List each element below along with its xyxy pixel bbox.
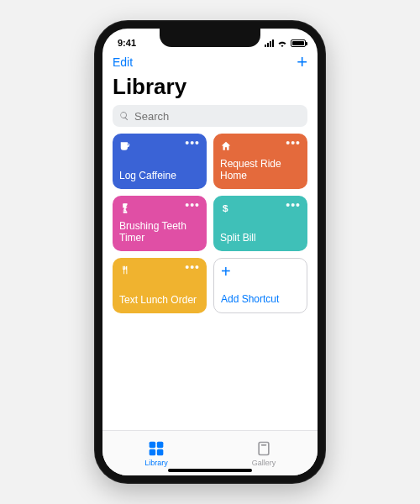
library-tab-icon bbox=[148, 440, 165, 457]
svg-rect-7 bbox=[259, 442, 269, 454]
shortcut-tile[interactable]: •••Request Ride Home bbox=[213, 134, 307, 189]
tile-label: Log Caffeine bbox=[119, 171, 200, 182]
more-icon[interactable]: ••• bbox=[286, 140, 301, 145]
search-input[interactable] bbox=[134, 110, 301, 123]
wifi-icon bbox=[277, 39, 287, 47]
gallery-tab-icon bbox=[255, 440, 272, 457]
shortcut-tile[interactable]: •••Text Lunch Order bbox=[113, 258, 207, 313]
cup-icon bbox=[119, 140, 131, 152]
page-title: Library bbox=[102, 72, 318, 105]
edit-button[interactable]: Edit bbox=[113, 55, 133, 69]
utensils-icon bbox=[119, 265, 131, 276]
add-shortcut-tile[interactable]: +Add Shortcut bbox=[213, 258, 307, 313]
svg-rect-6 bbox=[157, 449, 164, 455]
tab-gallery-label: Gallery bbox=[252, 459, 276, 467]
svg-rect-5 bbox=[150, 449, 156, 455]
home-indicator[interactable] bbox=[168, 469, 252, 472]
shortcut-tile[interactable]: $•••Split Bill bbox=[213, 196, 307, 251]
tile-label: Request Ride Home bbox=[220, 159, 301, 182]
more-icon[interactable]: ••• bbox=[286, 202, 301, 207]
plus-icon: + bbox=[221, 265, 231, 277]
more-icon[interactable]: ••• bbox=[185, 140, 200, 145]
add-button[interactable]: + bbox=[297, 55, 307, 70]
status-time: 9:41 bbox=[118, 38, 136, 48]
svg-rect-4 bbox=[157, 441, 164, 448]
tile-label: Split Bill bbox=[220, 233, 301, 244]
dollar-icon: $ bbox=[220, 202, 232, 214]
search-icon bbox=[119, 111, 129, 121]
svg-rect-8 bbox=[261, 444, 267, 446]
tab-library-label: Library bbox=[144, 459, 168, 467]
cellular-signal-icon bbox=[265, 39, 274, 47]
nav-bar: Edit + bbox=[102, 52, 318, 72]
svg-rect-3 bbox=[150, 441, 156, 448]
tile-label: Brushing Teeth Timer bbox=[119, 221, 200, 244]
more-icon[interactable]: ••• bbox=[185, 202, 200, 207]
battery-icon bbox=[291, 39, 306, 47]
add-tile-label: Add Shortcut bbox=[221, 294, 300, 306]
search-field[interactable] bbox=[113, 105, 307, 127]
svg-text:$: $ bbox=[223, 202, 228, 213]
shortcut-tile[interactable]: •••Log Caffeine bbox=[113, 134, 207, 189]
svg-rect-1 bbox=[123, 212, 128, 213]
home-icon bbox=[220, 140, 232, 152]
more-icon[interactable]: ••• bbox=[185, 265, 200, 270]
tile-label: Text Lunch Order bbox=[119, 295, 200, 307]
svg-rect-0 bbox=[123, 203, 128, 205]
timer-icon bbox=[119, 202, 131, 214]
shortcut-tile[interactable]: •••Brushing Teeth Timer bbox=[113, 196, 207, 251]
